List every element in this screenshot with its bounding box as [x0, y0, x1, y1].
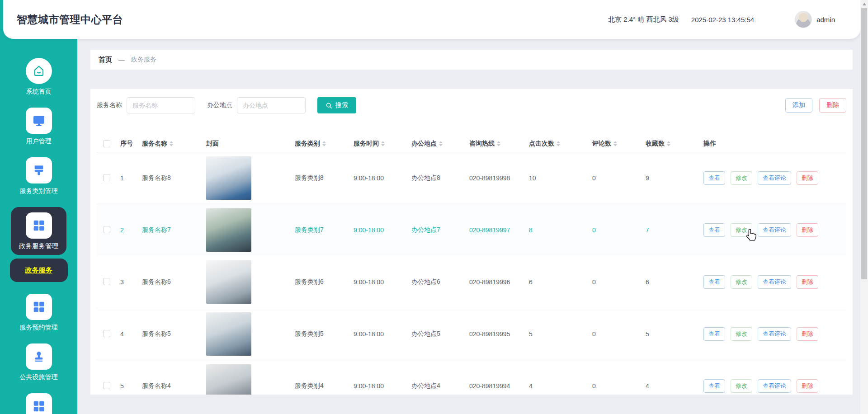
cell-hotline: 020-89819996	[469, 278, 529, 286]
breadcrumb: 首页 — 政务服务	[90, 50, 853, 70]
scrollbar-thumb[interactable]	[861, 8, 867, 279]
view-comments-button[interactable]: 查看评论	[758, 171, 791, 185]
sort-icon[interactable]	[170, 141, 173, 146]
cell-location: 办公地点7	[411, 226, 469, 234]
column-header-category[interactable]: 服务类别	[295, 140, 354, 148]
cell-favorites: 9	[646, 174, 703, 182]
cell-service-time: 9:00-18:00	[354, 278, 411, 286]
service-name-label: 服务名称	[97, 101, 122, 109]
cell-service-time: 9:00-18:00	[354, 226, 411, 234]
cover-image	[206, 156, 251, 200]
table-row: 1 服务名称8 服务类别8 9:00-18:00 办公地点8 020-89819…	[97, 152, 846, 204]
sidebar-subitem-gov-service[interactable]: 政务服务	[10, 259, 68, 282]
cell-clicks: 8	[529, 226, 592, 234]
column-header-favorites[interactable]: 收藏数	[646, 140, 703, 148]
column-header-cover: 封面	[206, 140, 295, 148]
search-icon	[326, 102, 332, 109]
row-checkbox[interactable]	[103, 278, 110, 285]
cell-hotline: 020-89819997	[469, 226, 529, 234]
add-button[interactable]: 添加	[785, 98, 812, 113]
cell-category: 服务类别7	[295, 226, 354, 234]
view-comments-button[interactable]: 查看评论	[758, 327, 791, 341]
row-checkbox[interactable]	[103, 330, 110, 337]
avatar[interactable]	[795, 11, 812, 28]
column-header-clicks[interactable]: 点击次数	[529, 140, 592, 148]
sort-icon[interactable]	[497, 141, 500, 146]
column-header-time[interactable]: 服务时间	[354, 140, 411, 148]
row-checkbox[interactable]	[103, 226, 110, 233]
page-scrollbar[interactable]	[860, 0, 868, 414]
sidebar-item-gov-service-mgmt[interactable]: 政务服务管理	[11, 207, 66, 255]
table-row: 5 服务名称4 服务类别4 9:00-18:00 办公地点4 020-89819…	[97, 360, 846, 395]
scrollbar-up-arrow-icon[interactable]	[860, 0, 868, 8]
cell-location: 办公地点4	[411, 382, 469, 390]
top-header: 智慧城市管理中心平台 北京 2.4° 晴 西北风 3级 2025-02-23 1…	[3, 0, 860, 39]
cell-index: 5	[120, 382, 142, 390]
cover-image	[206, 208, 251, 252]
edit-button[interactable]: 修改	[731, 171, 752, 185]
monitor-icon	[26, 108, 52, 134]
row-checkbox[interactable]	[103, 174, 110, 181]
sidebar-subitem-label: 政务服务	[25, 266, 52, 275]
column-header-service-name[interactable]: 服务名称	[142, 140, 206, 148]
edit-button[interactable]: 修改	[731, 379, 752, 393]
sidebar-item-user-mgmt[interactable]: 用户管理	[26, 108, 52, 146]
edit-button[interactable]: 修改	[731, 275, 752, 289]
row-checkbox[interactable]	[103, 382, 110, 389]
delete-button[interactable]: 删除	[797, 171, 818, 185]
cell-location: 办公地点8	[411, 174, 469, 182]
cell-favorites: 4	[646, 382, 703, 390]
edit-button[interactable]: 修改	[731, 223, 752, 237]
sort-icon[interactable]	[667, 141, 670, 146]
sidebar-item-system-home[interactable]: 系统首页	[26, 58, 52, 96]
sort-icon[interactable]	[613, 141, 617, 146]
select-all-checkbox[interactable]	[103, 140, 110, 147]
delete-button[interactable]: 删除	[797, 275, 818, 289]
sort-icon[interactable]	[381, 141, 385, 146]
delete-button[interactable]: 删除	[797, 379, 818, 393]
sidebar-item-public-facility-mgmt[interactable]: 公共设施管理	[20, 343, 58, 381]
view-comments-button[interactable]: 查看评论	[758, 223, 791, 237]
cell-index: 3	[120, 278, 142, 286]
cell-clicks: 10	[529, 174, 592, 182]
sort-icon[interactable]	[322, 141, 326, 146]
table-body: 1 服务名称8 服务类别8 9:00-18:00 办公地点8 020-89819…	[97, 152, 846, 395]
search-button[interactable]: 搜索	[317, 97, 356, 113]
sidebar-item-service-category-mgmt[interactable]: 服务类别管理	[20, 157, 58, 195]
view-button[interactable]: 查看	[703, 379, 725, 393]
view-comments-button[interactable]: 查看评论	[758, 379, 791, 393]
column-header-actions: 操作	[703, 140, 846, 148]
view-button[interactable]: 查看	[703, 223, 725, 237]
table-row: 4 服务名称5 服务类别5 9:00-18:00 办公地点5 020-89819…	[97, 308, 846, 360]
sidebar-item-monitor-device-mgmt[interactable]: 监控设备管理	[20, 393, 58, 414]
office-location-input[interactable]	[237, 97, 306, 113]
sort-icon[interactable]	[557, 141, 560, 146]
grid-icon	[26, 294, 52, 320]
edit-button[interactable]: 修改	[731, 327, 752, 341]
column-header-hotline[interactable]: 咨询热线	[469, 140, 529, 148]
sidebar-item-service-booking-mgmt[interactable]: 服务预约管理	[20, 294, 58, 332]
column-header-comments[interactable]: 评论数	[592, 140, 646, 148]
delete-button[interactable]: 删除	[797, 223, 818, 237]
service-name-input[interactable]	[127, 97, 195, 113]
cell-favorites: 6	[646, 278, 703, 286]
cell-location: 办公地点6	[411, 278, 469, 286]
cell-comments: 0	[592, 278, 646, 286]
view-comments-button[interactable]: 查看评论	[758, 275, 791, 289]
cell-hotline: 020-89819995	[469, 330, 529, 338]
grid-icon	[26, 212, 52, 239]
search-button-label: 搜索	[335, 101, 348, 109]
view-button[interactable]: 查看	[703, 327, 725, 341]
delete-selected-button[interactable]: 删除	[819, 98, 846, 113]
sort-icon[interactable]	[439, 141, 443, 146]
view-button[interactable]: 查看	[703, 275, 725, 289]
view-button[interactable]: 查看	[703, 171, 725, 185]
delete-button[interactable]: 删除	[797, 327, 818, 341]
column-header-location[interactable]: 办公地点	[411, 140, 469, 148]
cell-favorites: 7	[646, 226, 703, 234]
breadcrumb-home[interactable]: 首页	[99, 56, 112, 64]
breadcrumb-current: 政务服务	[131, 56, 156, 64]
cell-service-name: 服务名称6	[142, 278, 206, 286]
weather-info: 北京 2.4° 晴 西北风 3级	[608, 15, 679, 24]
content-card: 服务名称 办公地点 搜索 添加 删除 序号 服务名称 封面	[90, 89, 853, 395]
